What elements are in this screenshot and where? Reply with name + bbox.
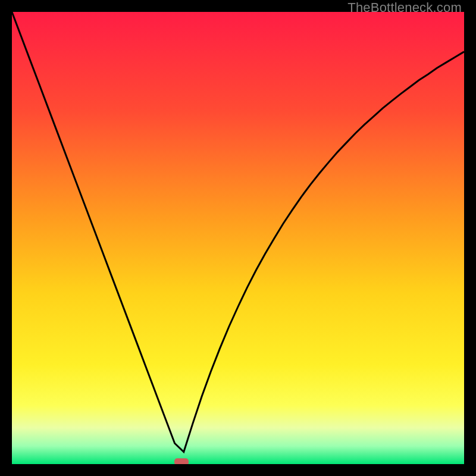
optimal-marker xyxy=(174,458,189,464)
chart-background xyxy=(12,12,464,464)
bottleneck-chart xyxy=(12,12,464,464)
chart-frame xyxy=(12,12,464,464)
